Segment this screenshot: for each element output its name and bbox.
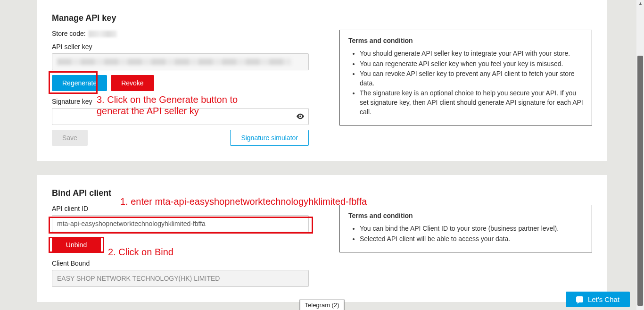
scrollbar-track[interactable]: ▲ [636,0,644,310]
lets-chat-button[interactable]: Let's Chat [566,292,630,307]
api-seller-key-field [52,53,309,70]
annotation-text-1: 1. enter mta-api-easyshopnetworktechnolo… [120,196,367,207]
store-code-row: Store code: [52,30,309,37]
terms-box-2: Terms and condition You can bind the API… [339,205,592,252]
scroll-up-icon[interactable]: ▲ [638,1,643,6]
unbind-button[interactable]: Unbind [52,237,101,253]
store-code-label: Store code: [52,30,86,37]
section-title: Manage API key [52,13,592,23]
api-seller-key-label: API seller key [52,43,309,50]
api-key-button-row: Regenerate Revoke [52,75,309,91]
annotation-text-3a: 3. Click on the Generate button to [97,94,238,105]
svg-point-0 [299,116,301,117]
scrollbar-thumb[interactable] [637,56,643,306]
client-bound-label: Client Bound [52,260,309,267]
bind-api-client-panel: Bind API client API client ID Unbind Cli… [37,175,607,302]
terms-title: Terms and condition [348,37,583,44]
telegram-tab[interactable]: Telegram (2) [300,300,345,310]
terms-item: You can regenerate API seller key when y… [360,59,583,69]
api-client-id-input[interactable] [52,215,309,232]
terms-box-1: Terms and condition You should generate … [339,30,592,126]
annotation-text-3b: generat the API seller ky [97,106,199,117]
store-code-value [89,31,117,37]
revoke-button[interactable]: Revoke [111,75,154,91]
terms-item: You should generate API seller key to in… [360,49,583,59]
manage-api-key-panel: Manage API key Store code: API seller ke… [37,0,607,161]
chat-label: Let's Chat [588,295,619,303]
save-button: Save [52,130,88,146]
regenerate-button[interactable]: Regenerate [52,75,107,91]
chat-icon [576,296,583,302]
terms-item: You can bind the API Client ID to your s… [360,224,583,234]
eye-icon[interactable] [297,113,304,121]
terms-item: Selected API client will be able to acce… [360,235,583,244]
annotation-text-2: 2. Click on Bind [108,247,173,258]
terms-item: The signature key is an optional choice … [360,89,583,117]
terms-item: You can revoke API seller key to prevent… [360,69,583,88]
signature-simulator-button[interactable]: Signature simulator [230,130,309,146]
client-bound-field [52,270,309,287]
terms-title: Terms and condition [348,212,583,219]
